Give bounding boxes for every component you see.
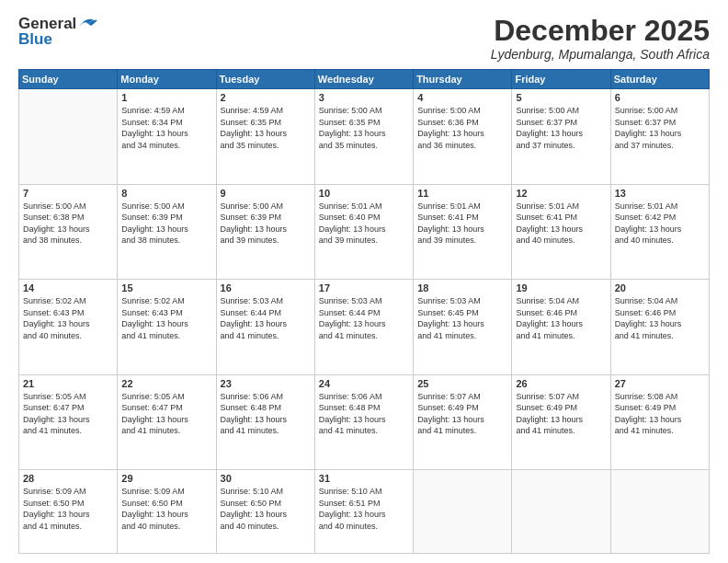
day-info: Sunrise: 5:02 AM Sunset: 6:43 PM Dayligh… [23,295,113,341]
day-number: 25 [417,378,507,389]
calendar-cell: 19Sunrise: 5:04 AM Sunset: 6:46 PM Dayli… [512,280,610,374]
calendar-cell: 28Sunrise: 5:09 AM Sunset: 6:50 PM Dayli… [19,470,118,554]
day-number: 7 [23,188,113,199]
day-info: Sunrise: 5:08 AM Sunset: 6:49 PM Dayligh… [615,391,705,437]
day-number: 16 [221,282,311,293]
day-number: 18 [417,282,507,293]
day-number: 29 [121,473,211,484]
calendar-cell: 11Sunrise: 5:01 AM Sunset: 6:41 PM Dayli… [414,184,512,279]
day-number: 17 [319,282,409,293]
calendar-cell: 24Sunrise: 5:06 AM Sunset: 6:48 PM Dayli… [314,374,413,469]
day-info: Sunrise: 5:03 AM Sunset: 6:44 PM Dayligh… [221,295,311,341]
day-info: Sunrise: 5:00 AM Sunset: 6:38 PM Dayligh… [23,201,113,247]
day-number: 12 [516,188,606,199]
location-subtitle: Lydenburg, Mpumalanga, South Africa [491,47,710,62]
day-info: Sunrise: 5:05 AM Sunset: 6:47 PM Dayligh… [23,391,113,437]
day-info: Sunrise: 5:01 AM Sunset: 6:42 PM Dayligh… [615,201,705,247]
calendar-cell: 16Sunrise: 5:03 AM Sunset: 6:44 PM Dayli… [216,280,314,374]
logo-blue-text: Blue [18,30,52,49]
calendar-cell: 26Sunrise: 5:07 AM Sunset: 6:49 PM Dayli… [512,374,610,469]
calendar-cell: 12Sunrise: 5:01 AM Sunset: 6:41 PM Dayli… [512,184,610,279]
day-number: 28 [23,473,113,484]
weekday-header-row: SundayMondayTuesdayWednesdayThursdayFrid… [19,70,710,89]
day-number: 24 [319,378,409,389]
day-number: 5 [516,92,606,103]
calendar-cell: 3Sunrise: 5:00 AM Sunset: 6:35 PM Daylig… [314,89,413,184]
calendar-cell: 27Sunrise: 5:08 AM Sunset: 6:49 PM Dayli… [610,374,709,469]
calendar-cell [512,470,610,554]
month-title: December 2025 [491,15,710,47]
calendar-table: SundayMondayTuesdayWednesdayThursdayFrid… [18,69,710,554]
calendar-cell: 1Sunrise: 4:59 AM Sunset: 6:34 PM Daylig… [118,89,216,184]
day-info: Sunrise: 5:01 AM Sunset: 6:40 PM Dayligh… [319,201,409,247]
calendar-cell: 22Sunrise: 5:05 AM Sunset: 6:47 PM Dayli… [118,374,216,469]
calendar-cell: 2Sunrise: 4:59 AM Sunset: 6:35 PM Daylig… [216,89,314,184]
day-number: 3 [319,92,409,103]
calendar-cell: 25Sunrise: 5:07 AM Sunset: 6:49 PM Dayli… [414,374,512,469]
day-number: 31 [319,473,409,484]
calendar-cell: 23Sunrise: 5:06 AM Sunset: 6:48 PM Dayli… [216,374,314,469]
calendar-week-row: 28Sunrise: 5:09 AM Sunset: 6:50 PM Dayli… [19,470,710,554]
calendar-cell [610,470,709,554]
calendar-cell: 30Sunrise: 5:10 AM Sunset: 6:50 PM Dayli… [216,470,314,554]
day-number: 15 [121,282,211,293]
calendar-cell: 5Sunrise: 5:00 AM Sunset: 6:37 PM Daylig… [512,89,610,184]
day-number: 21 [23,378,113,389]
day-info: Sunrise: 4:59 AM Sunset: 6:35 PM Dayligh… [221,105,311,151]
calendar-cell: 29Sunrise: 5:09 AM Sunset: 6:50 PM Dayli… [118,470,216,554]
day-info: Sunrise: 5:00 AM Sunset: 6:39 PM Dayligh… [221,201,311,247]
day-info: Sunrise: 5:03 AM Sunset: 6:45 PM Dayligh… [417,295,507,341]
calendar-cell: 4Sunrise: 5:00 AM Sunset: 6:36 PM Daylig… [414,89,512,184]
day-number: 30 [221,473,311,484]
day-info: Sunrise: 5:05 AM Sunset: 6:47 PM Dayligh… [121,391,211,437]
day-number: 23 [221,378,311,389]
day-info: Sunrise: 5:10 AM Sunset: 6:50 PM Dayligh… [221,486,311,532]
day-number: 27 [615,378,705,389]
day-info: Sunrise: 5:00 AM Sunset: 6:36 PM Dayligh… [417,105,507,151]
day-number: 14 [23,282,113,293]
day-number: 20 [615,282,705,293]
calendar-cell: 20Sunrise: 5:04 AM Sunset: 6:46 PM Dayli… [610,280,709,374]
day-info: Sunrise: 5:03 AM Sunset: 6:44 PM Dayligh… [319,295,409,341]
day-info: Sunrise: 5:04 AM Sunset: 6:46 PM Dayligh… [516,295,606,341]
weekday-header-saturday: Saturday [610,70,709,89]
calendar-cell: 18Sunrise: 5:03 AM Sunset: 6:45 PM Dayli… [414,280,512,374]
day-number: 26 [516,378,606,389]
calendar-week-row: 7Sunrise: 5:00 AM Sunset: 6:38 PM Daylig… [19,184,710,279]
day-number: 22 [121,378,211,389]
calendar-week-row: 21Sunrise: 5:05 AM Sunset: 6:47 PM Dayli… [19,374,710,469]
calendar-cell: 21Sunrise: 5:05 AM Sunset: 6:47 PM Dayli… [19,374,118,469]
title-block: December 2025 Lydenburg, Mpumalanga, Sou… [491,15,710,62]
day-number: 19 [516,282,606,293]
calendar-cell: 7Sunrise: 5:00 AM Sunset: 6:38 PM Daylig… [19,184,118,279]
day-info: Sunrise: 5:04 AM Sunset: 6:46 PM Dayligh… [615,295,705,341]
day-number: 2 [221,92,311,103]
day-number: 10 [319,188,409,199]
day-number: 6 [615,92,705,103]
weekday-header-thursday: Thursday [414,70,512,89]
day-number: 9 [221,188,311,199]
calendar-cell: 8Sunrise: 5:00 AM Sunset: 6:39 PM Daylig… [118,184,216,279]
day-info: Sunrise: 5:09 AM Sunset: 6:50 PM Dayligh… [23,486,113,532]
day-info: Sunrise: 5:07 AM Sunset: 6:49 PM Dayligh… [516,391,606,437]
day-info: Sunrise: 5:00 AM Sunset: 6:37 PM Dayligh… [615,105,705,151]
calendar-cell: 15Sunrise: 5:02 AM Sunset: 6:43 PM Dayli… [118,280,216,374]
calendar-cell: 13Sunrise: 5:01 AM Sunset: 6:42 PM Dayli… [610,184,709,279]
calendar-cell: 17Sunrise: 5:03 AM Sunset: 6:44 PM Dayli… [314,280,413,374]
weekday-header-friday: Friday [512,70,610,89]
logo-bird-icon [77,16,97,30]
day-info: Sunrise: 5:00 AM Sunset: 6:35 PM Dayligh… [319,105,409,151]
weekday-header-tuesday: Tuesday [216,70,314,89]
calendar-cell: 31Sunrise: 5:10 AM Sunset: 6:51 PM Dayli… [314,470,413,554]
day-info: Sunrise: 5:01 AM Sunset: 6:41 PM Dayligh… [516,201,606,247]
day-info: Sunrise: 4:59 AM Sunset: 6:34 PM Dayligh… [121,105,211,151]
day-number: 13 [615,188,705,199]
calendar-cell [19,89,118,184]
calendar-week-row: 1Sunrise: 4:59 AM Sunset: 6:34 PM Daylig… [19,89,710,184]
weekday-header-monday: Monday [118,70,216,89]
day-info: Sunrise: 5:06 AM Sunset: 6:48 PM Dayligh… [221,391,311,437]
day-info: Sunrise: 5:07 AM Sunset: 6:49 PM Dayligh… [417,391,507,437]
day-info: Sunrise: 5:00 AM Sunset: 6:37 PM Dayligh… [516,105,606,151]
day-info: Sunrise: 5:01 AM Sunset: 6:41 PM Dayligh… [417,201,507,247]
day-number: 1 [121,92,211,103]
